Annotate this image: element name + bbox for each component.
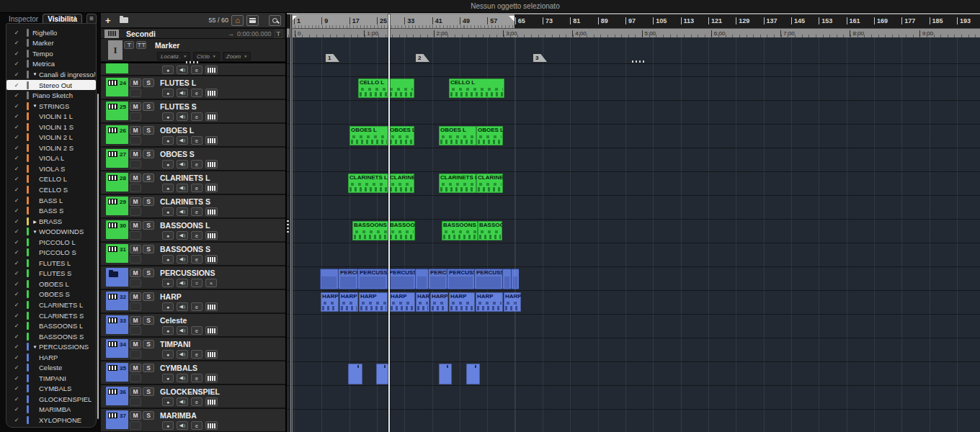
visibility-item[interactable]: ✓ CELLO L [6, 174, 96, 185]
monitor-icon[interactable]: ◀) [177, 160, 188, 168]
monitor-icon[interactable]: ◀) [177, 89, 188, 97]
track-color-strip[interactable]: 27 [106, 149, 128, 168]
instrument-icon[interactable] [205, 160, 218, 168]
folder-part[interactable]: PERCUSSIONS [447, 269, 475, 289]
record-enable-icon[interactable]: ● [162, 112, 174, 121]
arrow-icon[interactable]: → [228, 30, 234, 37]
check-icon[interactable]: ✓ [11, 406, 22, 413]
record-enable-icon[interactable]: ● [162, 184, 174, 192]
check-icon[interactable]: ✓ [11, 375, 22, 382]
check-icon[interactable]: ✓ [11, 333, 22, 340]
visibility-item[interactable]: ✓ ▼PERCUSSIONS [6, 341, 96, 352]
mute-button[interactable]: M [130, 292, 141, 301]
automation-button[interactable] [130, 184, 141, 192]
track-color-strip[interactable]: 29 [106, 197, 128, 215]
solo-button[interactable]: S [143, 364, 154, 372]
check-icon[interactable]: ✓ [11, 323, 22, 329]
mute-button[interactable]: M [130, 174, 141, 182]
visibility-item[interactable]: ✓ ▶BRASS [6, 216, 96, 227]
visibility-item[interactable]: ✓ FLUTES L [6, 258, 96, 269]
add-folder-icon[interactable] [120, 17, 128, 23]
folder-part[interactable]: PERCUSSIONS [388, 269, 416, 289]
monitor-icon[interactable]: ◀) [177, 136, 188, 145]
check-icon[interactable]: ✓ [11, 186, 22, 193]
record-enable-icon[interactable]: ● [162, 350, 174, 359]
mute-button[interactable]: M [130, 411, 141, 420]
visibility-item[interactable]: ✓ XYLOPHONE [6, 415, 96, 426]
check-icon[interactable]: ✓ [11, 218, 22, 225]
edit-channel-icon[interactable]: e [191, 184, 202, 192]
midi-event[interactable]: OBOES L [349, 126, 388, 145]
midi-event[interactable] [466, 364, 480, 384]
track-color-strip[interactable]: 31 [106, 244, 128, 263]
midi-event[interactable]: HARP [449, 292, 475, 312]
mute-button[interactable]: M [130, 316, 141, 325]
check-icon[interactable]: ✓ [11, 354, 22, 361]
monitor-icon[interactable]: ◀) [177, 66, 188, 74]
mute-button[interactable]: M [130, 340, 141, 348]
mute-button[interactable]: M [130, 150, 141, 158]
visibility-item[interactable]: ✓ BASSOONS L [6, 320, 96, 331]
midi-event[interactable]: OBOES L [476, 126, 503, 145]
find-track-button[interactable] [269, 15, 281, 26]
home-zoom-button[interactable]: ⌂ [231, 15, 244, 26]
tab-menu-icon[interactable]: ≡ [86, 14, 97, 24]
mute-button[interactable]: M [130, 269, 141, 277]
track-name[interactable]: MARIMBA [160, 411, 197, 420]
monitor-icon[interactable]: ◀) [177, 207, 188, 216]
edit-channel-icon[interactable]: e [191, 160, 202, 168]
solo-button[interactable]: S [143, 78, 154, 87]
visibility-item[interactable]: ✓ ▼Canali di ingresso/usc [6, 69, 96, 80]
playhead[interactable] [388, 14, 390, 432]
monitor-icon[interactable]: ◀) [177, 112, 188, 121]
visibility-item[interactable]: ✓ BASSOONS S [6, 331, 96, 342]
record-enable-icon[interactable]: ● [162, 207, 174, 216]
midi-event[interactable]: HARP [389, 292, 415, 312]
automation-button[interactable] [130, 302, 141, 311]
visibility-item[interactable]: ✓ BASS S [6, 205, 96, 216]
midi-event[interactable]: CELLO L [449, 78, 504, 98]
track-row[interactable]: 26 M S OBOES L ● ◀) e [101, 124, 285, 148]
track-name[interactable]: CLARINETS L [160, 174, 210, 182]
automation-button[interactable] [130, 326, 141, 335]
folder-events-block[interactable]: PERCUSSIONS PERCUSSIONS PERCUSSIONS PERC… [320, 269, 520, 289]
folder-part[interactable] [512, 269, 520, 289]
track-name[interactable]: HARP [160, 292, 182, 301]
record-enable-icon[interactable]: ● [162, 421, 174, 430]
solo-button[interactable]: S [143, 411, 154, 420]
check-icon[interactable]: ✓ [11, 281, 22, 287]
check-icon[interactable]: ✓ [11, 197, 22, 204]
track-row[interactable]: 29 M S CLARINETS S ● ◀) e [101, 195, 285, 219]
track-name[interactable]: BASSOONS L [160, 221, 210, 230]
midi-event[interactable]: HARP [416, 292, 429, 312]
folder-part[interactable]: PERCUSSIONS [339, 269, 358, 289]
visibility-item[interactable]: ✓ Stereo Out [6, 80, 96, 91]
folder-edit-icon[interactable]: × [205, 279, 217, 287]
visibility-item[interactable]: ✓ BASS L [6, 195, 96, 206]
instrument-icon[interactable] [205, 302, 218, 311]
check-icon[interactable]: ✓ [11, 113, 22, 120]
track-color-strip[interactable]: 32 [106, 292, 128, 310]
visibility-item[interactable]: ✓ Righello [6, 27, 96, 38]
check-icon[interactable]: ✓ [11, 50, 22, 57]
instrument-icon[interactable] [205, 255, 218, 264]
check-icon[interactable]: ✓ [11, 396, 22, 402]
instrument-icon[interactable] [205, 231, 218, 240]
solo-button[interactable]: S [143, 269, 154, 277]
instrument-icon[interactable] [205, 136, 218, 145]
solo-button[interactable]: S [143, 245, 154, 253]
track-row[interactable]: 24 M S FLUTES L ● ◀) e [101, 76, 285, 100]
check-icon[interactable]: ✓ [11, 312, 22, 319]
track-color-strip[interactable]: 33 [106, 315, 128, 334]
edit-channel-icon[interactable]: e [191, 89, 202, 97]
check-icon[interactable]: ✓ [11, 239, 22, 246]
track-name[interactable]: BASSOONS S [160, 245, 210, 253]
check-icon[interactable]: ✓ [11, 291, 22, 297]
midi-event[interactable] [439, 364, 452, 384]
check-icon[interactable]: ✓ [11, 145, 22, 151]
visibility-item[interactable]: ✓ Marker [6, 38, 96, 49]
edit-channel-icon[interactable]: e [191, 207, 202, 216]
record-enable-icon[interactable]: ● [162, 302, 174, 311]
check-icon[interactable]: ✓ [11, 30, 22, 36]
midi-event[interactable]: HARP [430, 292, 448, 312]
